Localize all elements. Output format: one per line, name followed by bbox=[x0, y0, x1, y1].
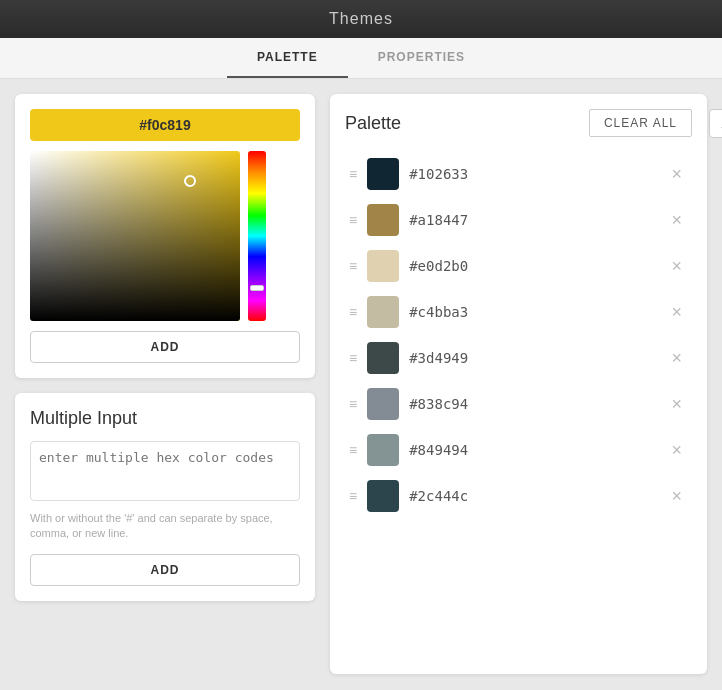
palette-item: ≡ #838c94 × bbox=[345, 382, 692, 426]
remove-color-button[interactable]: × bbox=[665, 439, 688, 461]
darkness-gradient bbox=[30, 151, 240, 321]
remove-color-button[interactable]: × bbox=[665, 255, 688, 277]
drag-handle-icon[interactable]: ≡ bbox=[349, 350, 357, 366]
drag-handle-icon[interactable]: ≡ bbox=[349, 258, 357, 274]
remove-color-button[interactable]: × bbox=[665, 301, 688, 323]
tab-properties[interactable]: PROPERTIES bbox=[348, 38, 495, 78]
tabs-container: PALETTE PROPERTIES bbox=[0, 38, 722, 79]
drag-handle-icon[interactable]: ≡ bbox=[349, 488, 357, 504]
color-swatch bbox=[367, 480, 399, 512]
remove-color-button[interactable]: × bbox=[665, 209, 688, 231]
color-swatch bbox=[367, 158, 399, 190]
color-swatch bbox=[367, 296, 399, 328]
remove-color-button[interactable]: × bbox=[665, 163, 688, 185]
remove-color-button[interactable]: × bbox=[665, 393, 688, 415]
color-hex-label: #a18447 bbox=[409, 212, 655, 228]
right-panel: Palette CLEAR ALL ≡ #102633 × ≡ #a18447 … bbox=[330, 94, 707, 674]
color-hex-label: #e0d2b0 bbox=[409, 258, 655, 274]
multiple-input-card: Multiple Input With or without the '#' a… bbox=[15, 393, 315, 601]
ads-button[interactable]: Ads bbox=[709, 109, 722, 138]
palette-item: ≡ #e0d2b0 × bbox=[345, 244, 692, 288]
drag-handle-icon[interactable]: ≡ bbox=[349, 166, 357, 182]
gradient-box[interactable] bbox=[30, 151, 240, 321]
hex-textarea[interactable] bbox=[30, 441, 300, 501]
color-swatch bbox=[367, 204, 399, 236]
remove-color-button[interactable]: × bbox=[665, 347, 688, 369]
palette-item: ≡ #2c444c × bbox=[345, 474, 692, 518]
color-swatch bbox=[367, 434, 399, 466]
palette-item: ≡ #3d4949 × bbox=[345, 336, 692, 380]
multiple-input-title: Multiple Input bbox=[30, 408, 300, 429]
tab-palette[interactable]: PALETTE bbox=[227, 38, 348, 78]
color-hex-label: #849494 bbox=[409, 442, 655, 458]
palette-item: ≡ #102633 × bbox=[345, 152, 692, 196]
color-picker-area bbox=[30, 151, 300, 321]
color-hex-label: #102633 bbox=[409, 166, 655, 182]
palette-item: ≡ #849494 × bbox=[345, 428, 692, 472]
color-hex-label: #2c444c bbox=[409, 488, 655, 504]
drag-handle-icon[interactable]: ≡ bbox=[349, 396, 357, 412]
color-hex-label: #c4bba3 bbox=[409, 304, 655, 320]
drag-handle-icon[interactable]: ≡ bbox=[349, 442, 357, 458]
palette-list: ≡ #102633 × ≡ #a18447 × ≡ #e0d2b0 × ≡ #c… bbox=[345, 152, 692, 518]
rainbow-handle bbox=[250, 285, 264, 291]
rainbow-slider[interactable] bbox=[248, 151, 266, 321]
color-swatch bbox=[367, 250, 399, 282]
remove-color-button[interactable]: × bbox=[665, 485, 688, 507]
clear-all-button[interactable]: CLEAR ALL bbox=[589, 109, 692, 137]
hint-text: With or without the '#' and can separate… bbox=[30, 511, 300, 542]
color-hex-label: #3d4949 bbox=[409, 350, 655, 366]
left-panel: #f0c819 ADD Multiple Input With or witho… bbox=[15, 94, 315, 674]
hex-display: #f0c819 bbox=[30, 109, 300, 141]
color-swatch bbox=[367, 342, 399, 374]
main-content: #f0c819 ADD Multiple Input With or witho… bbox=[0, 79, 722, 689]
drag-handle-icon[interactable]: ≡ bbox=[349, 212, 357, 228]
add-color-button[interactable]: ADD bbox=[30, 331, 300, 363]
title-bar: Themes bbox=[0, 0, 722, 38]
palette-title: Palette bbox=[345, 113, 401, 134]
color-picker-card: #f0c819 ADD bbox=[15, 94, 315, 378]
drag-handle-icon[interactable]: ≡ bbox=[349, 304, 357, 320]
color-swatch bbox=[367, 388, 399, 420]
app-title: Themes bbox=[329, 10, 393, 27]
color-hex-label: #838c94 bbox=[409, 396, 655, 412]
add-multiple-button[interactable]: ADD bbox=[30, 554, 300, 586]
palette-item: ≡ #a18447 × bbox=[345, 198, 692, 242]
palette-item: ≡ #c4bba3 × bbox=[345, 290, 692, 334]
palette-header: Palette CLEAR ALL bbox=[345, 109, 692, 137]
